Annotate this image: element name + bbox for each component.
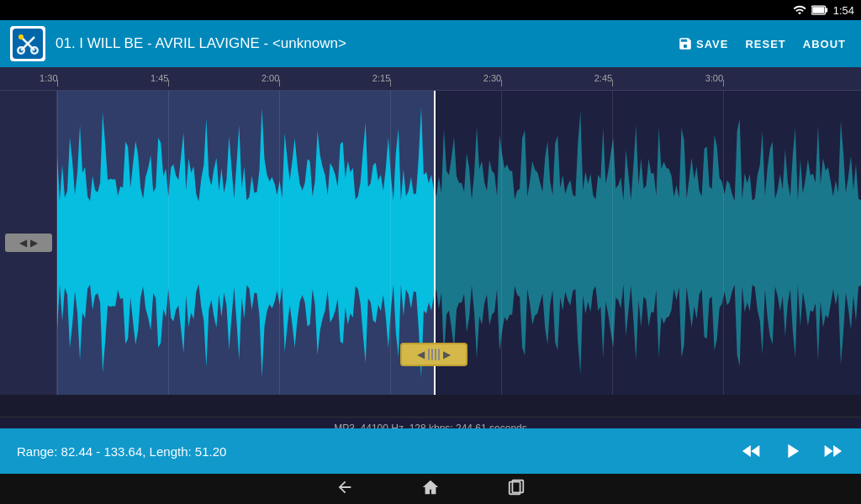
- grid-line: [279, 91, 280, 395]
- forward-button[interactable]: [821, 439, 844, 463]
- player-bar: Range: 82.44 - 133.64, Length: 51.20: [0, 428, 861, 474]
- playback-controls: [740, 439, 844, 463]
- home-icon: [421, 478, 440, 496]
- ruler-label: 1:30: [40, 73, 57, 83]
- ruler-mark-2-00: 2:00: [279, 80, 280, 87]
- ruler-mark-3-00: 3:00: [723, 80, 724, 87]
- track-title: 01. I WILL BE - AVRIL LAVIGNE - <unknown…: [55, 35, 673, 52]
- reset-button[interactable]: RESET: [740, 34, 790, 54]
- grid-line: [168, 91, 169, 395]
- svg-rect-2: [825, 8, 827, 13]
- play-button[interactable]: [780, 439, 804, 463]
- ruler-mark-2-45: 2:45: [612, 80, 613, 87]
- recent-button[interactable]: [507, 478, 526, 501]
- battery-icon: [811, 4, 828, 16]
- back-icon: [335, 478, 354, 496]
- ruler-mark-2-30: 2:30: [501, 80, 502, 87]
- drag-handle[interactable]: ◀ ▶: [400, 343, 467, 366]
- status-bar: 1:54: [0, 0, 861, 20]
- back-button[interactable]: [335, 478, 354, 501]
- wifi-icon: [793, 3, 806, 17]
- ruler-mark-2-15: 2:15: [390, 80, 391, 87]
- scroll-handle[interactable]: ◀ ▶: [5, 234, 52, 252]
- ruler-mark-1-30: 1:30: [57, 80, 58, 87]
- grid-line: [501, 91, 502, 395]
- rewind-icon: [740, 439, 763, 463]
- ruler-label: 2:30: [483, 73, 501, 83]
- scroll-arrows: ◀ ▶: [19, 237, 38, 249]
- svg-point-10: [18, 34, 24, 39]
- range-text: Range: 82.44 - 133.64, Length: 51.20: [17, 444, 740, 459]
- ruler-mark-1-45: 1:45: [168, 80, 169, 87]
- home-button[interactable]: [421, 478, 440, 501]
- grid-line: [612, 91, 613, 395]
- grid-line: [390, 91, 391, 395]
- app-icon: [10, 26, 45, 61]
- svg-rect-1: [812, 7, 824, 13]
- toolbar: 01. I WILL BE - AVRIL LAVIGNE - <unknown…: [0, 20, 861, 67]
- forward-icon: [821, 439, 844, 463]
- ruler-label: 2:00: [261, 73, 279, 83]
- drag-left-arrow: ◀: [417, 349, 425, 360]
- grid-line: [57, 91, 58, 395]
- ruler-label: 1:45: [151, 73, 168, 83]
- left-scrollbar[interactable]: ◀ ▶: [0, 91, 57, 395]
- status-icons: 1:54: [793, 3, 854, 17]
- recent-icon: [507, 478, 526, 496]
- status-time: 1:54: [833, 4, 854, 17]
- toolbar-buttons: SAVE RESET ABOUT: [673, 33, 851, 55]
- about-button[interactable]: ABOUT: [798, 34, 851, 54]
- play-icon: [780, 439, 804, 463]
- timeline-ruler: 1:301:452:002:152:302:453:00: [0, 67, 861, 91]
- grid-line: [723, 91, 724, 395]
- rewind-button[interactable]: [740, 439, 763, 463]
- drag-right-arrow: ▶: [443, 349, 451, 360]
- drag-lines: [428, 349, 440, 360]
- app-logo-icon: [13, 29, 43, 59]
- ruler-label: 3:00: [705, 73, 723, 83]
- ruler-label: 2:45: [594, 73, 612, 83]
- ruler-label: 2:15: [372, 73, 390, 83]
- save-icon: [678, 36, 693, 51]
- save-button[interactable]: SAVE: [673, 33, 733, 55]
- nav-bar: [0, 474, 861, 504]
- waveform-area[interactable]: 1:301:452:002:152:302:453:00 ◀ ▶ ◀: [0, 67, 861, 395]
